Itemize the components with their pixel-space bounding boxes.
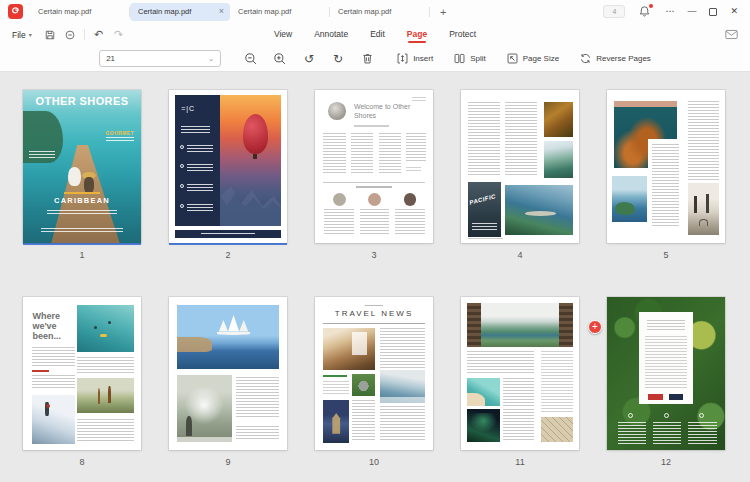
section-label-line	[356, 186, 391, 188]
split-icon	[453, 52, 466, 65]
sled-shape	[699, 219, 708, 226]
page-toolbar: 21 ⌄ ↺ ↻ Insert Split	[0, 46, 750, 72]
maximize-button[interactable]	[709, 8, 717, 16]
redo-button[interactable]: ↷	[109, 27, 129, 43]
winter-photo	[688, 183, 719, 235]
undo-button[interactable]: ↶	[89, 27, 109, 43]
file-menu-button[interactable]: File ▾	[0, 30, 40, 40]
minimize-button[interactable]: —	[687, 7, 696, 16]
redo-icon: ↷	[114, 29, 123, 40]
page-cell: Where we've been...	[23, 297, 141, 467]
app-logo-icon[interactable]	[8, 4, 23, 19]
page-cell: PACIFIC 4	[461, 90, 579, 260]
footer-line	[468, 238, 503, 240]
save-button[interactable]	[40, 27, 60, 43]
page-thumbnail-11[interactable]	[461, 297, 579, 450]
masthead-lines	[412, 97, 426, 102]
rotate-right-button[interactable]: ↻	[329, 50, 347, 68]
page-cell: 12	[607, 297, 725, 467]
tab-1[interactable]: Certain map.pdf	[30, 3, 130, 21]
menu-protect[interactable]: Protect	[449, 29, 476, 41]
account-badge[interactable]: 4	[603, 5, 625, 18]
menu-view[interactable]: View	[274, 29, 292, 41]
article-lines	[32, 375, 74, 390]
window-view-photo	[467, 303, 573, 347]
delete-page-button[interactable]	[358, 50, 376, 68]
brand-logo: =|C	[181, 105, 195, 112]
tab-3[interactable]: Certain map.pdf	[230, 3, 330, 21]
nav-heading-lines	[181, 126, 210, 133]
page-thumbnail-4[interactable]: PACIFIC	[461, 90, 579, 243]
shutter-left	[467, 303, 481, 347]
tab-label: Certain map.pdf	[238, 7, 324, 16]
ship-sail	[239, 320, 248, 332]
page-thumbnail-8[interactable]: Where we've been...	[23, 297, 141, 450]
new-tab-button[interactable]: +	[430, 6, 456, 18]
menu-edit[interactable]: Edit	[370, 29, 385, 41]
beach-aerial-photo	[467, 378, 500, 406]
nav-item-lines	[187, 164, 213, 173]
rotate-left-button[interactable]: ↺	[300, 50, 318, 68]
island-shape	[615, 202, 634, 215]
notifications-bell-icon[interactable]	[638, 5, 652, 19]
caption-lines	[77, 357, 134, 374]
contributor-lines	[395, 209, 425, 235]
close-window-button[interactable]: ✕	[730, 7, 738, 16]
split-pages-button[interactable]: Split	[453, 52, 486, 65]
tree-shape	[706, 194, 709, 213]
page-thumbnail-12[interactable]	[607, 297, 725, 450]
zoom-in-button[interactable]	[271, 50, 289, 68]
page-thumbnail-5[interactable]	[607, 90, 725, 243]
page-number: 8	[23, 457, 141, 467]
reverse-pages-icon	[579, 52, 592, 65]
coast-photo	[612, 176, 647, 222]
page-thumbnail-10[interactable]: TRAVEL NEWS	[315, 297, 433, 450]
news-lines	[380, 328, 425, 369]
page-count-dropdown[interactable]: 21 ⌄	[99, 50, 221, 67]
menu-page-active[interactable]: Page	[407, 29, 427, 41]
undo-icon: ↶	[94, 29, 103, 40]
file-menu-label: File	[12, 30, 26, 40]
section-rule	[323, 182, 424, 183]
zoom-out-button[interactable]	[242, 50, 260, 68]
snow-photo	[32, 395, 74, 444]
nav-item-icon	[180, 145, 184, 149]
page-number: 9	[169, 457, 287, 467]
insert-page-button[interactable]: +	[588, 320, 602, 334]
news-lines	[352, 400, 376, 441]
insert-pages-button[interactable]: Insert	[396, 52, 433, 65]
page-size-button[interactable]: Page Size	[506, 52, 559, 65]
more-menu-button[interactable]: ⋯	[665, 7, 674, 16]
rotate-left-icon: ↺	[304, 53, 314, 65]
tab-4[interactable]: Certain map.pdf	[330, 3, 430, 21]
page-thumbnail-1[interactable]: OTHER SHORES GOURMET CARIBBEAN	[23, 90, 141, 243]
menu-annotate[interactable]: Annotate	[314, 29, 348, 41]
contents-list-lines	[652, 144, 679, 228]
feedback-mail-icon[interactable]	[725, 29, 750, 40]
ship-sail	[228, 315, 239, 332]
viewer-silhouette	[186, 416, 193, 436]
cover-footer-lines	[41, 228, 124, 232]
footer-column-lines	[618, 422, 646, 443]
nav-item-lines	[187, 145, 213, 154]
divider	[84, 29, 85, 40]
page-thumbnail-2[interactable]: =|C	[169, 90, 287, 243]
column-lines	[379, 133, 401, 174]
reverse-pages-button[interactable]: Reverse Pages	[579, 52, 651, 65]
tree-shape	[694, 196, 697, 213]
hotel-interior-photo	[323, 328, 375, 371]
giraffe-shape	[108, 386, 111, 404]
column-lines	[406, 133, 426, 162]
page-cell: Welcome to Other Shores 3	[315, 90, 433, 260]
contents-list-lines	[505, 102, 537, 177]
cathedral-photo	[323, 400, 349, 443]
close-tab-icon[interactable]: ×	[215, 7, 224, 16]
page-thumbnail-9[interactable]	[169, 297, 287, 450]
tab-2-active[interactable]: Certain map.pdf ×	[130, 3, 230, 21]
page-thumbnail-3[interactable]: Welcome to Other Shores	[315, 90, 433, 243]
print-button[interactable]	[60, 27, 80, 43]
titlebar: Certain map.pdf Certain map.pdf × Certai…	[0, 0, 750, 23]
card-heading-lines	[647, 320, 685, 331]
split-label: Split	[470, 54, 486, 63]
column-lines	[323, 133, 345, 174]
